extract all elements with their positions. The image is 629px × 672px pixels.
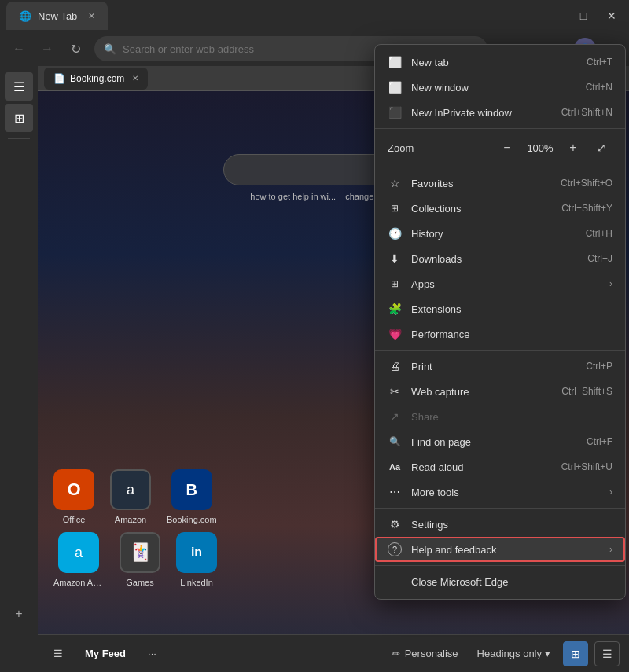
performance-icon: 💗	[388, 327, 402, 341]
headings-select[interactable]: Headings only ▾	[471, 644, 557, 663]
share-icon: ↗	[388, 409, 402, 424]
bottom-menu-button[interactable]: ☰	[47, 644, 69, 663]
bottom-right: ✏ Personalise Headings only ▾ ⊞ ☰	[385, 641, 620, 666]
tab-booking-close[interactable]: ✕	[132, 74, 138, 83]
extensions-icon: 🧩	[388, 302, 402, 316]
tab-booking-label: Booking.com	[70, 73, 124, 84]
menu-new-tab[interactable]: ⬜ New tab Ctrl+T	[375, 50, 625, 75]
zoom-in-button[interactable]: +	[562, 137, 584, 159]
print-label: Print	[411, 361, 576, 373]
title-bar-left: 🌐 New Tab ✕	[6, 2, 108, 30]
sidebar: ☰ ⊞ +	[0, 66, 38, 634]
close-edge-label: Close Microsoft Edge	[411, 576, 612, 588]
layout-list-button[interactable]: ☰	[594, 641, 620, 666]
back-button[interactable]: ←	[6, 36, 31, 61]
layout-grid-button[interactable]: ⊞	[563, 641, 588, 666]
inprivate-icon: ⬛	[388, 105, 402, 119]
menu-read-aloud[interactable]: Aa Read aloud Ctrl+Shift+U	[375, 454, 625, 479]
menu-downloads[interactable]: ⬇ Downloads Ctrl+J	[375, 246, 625, 271]
forward-button[interactable]: →	[35, 36, 60, 61]
sidebar-pane-button[interactable]: ⊞	[5, 104, 33, 132]
search-cursor	[237, 163, 237, 177]
window-controls: — □ ✕	[544, 5, 623, 27]
help-feedback-arrow: ›	[609, 544, 612, 555]
divider-3	[375, 350, 625, 351]
sidebar-toggle-button[interactable]: ☰	[5, 72, 33, 101]
more-tools-arrow: ›	[609, 487, 612, 498]
menu-history[interactable]: 🕐 History Ctrl+H	[375, 221, 625, 246]
bottom-bar: ☰ My Feed ··· ✏ Personalise Headings onl…	[38, 634, 629, 672]
divider-2	[375, 167, 625, 167]
menu-new-window[interactable]: ⬜ New window Ctrl+N	[375, 75, 625, 100]
close-button[interactable]: ✕	[601, 5, 623, 27]
menu-help-feedback[interactable]: ? Help and feedback ›	[375, 537, 625, 562]
sidebar-add-button[interactable]: +	[5, 600, 33, 628]
suggestion-1[interactable]: how to get help in wi...	[250, 192, 336, 201]
shortcut-linkedin[interactable]: in LinkedIn	[176, 532, 217, 587]
shortcut-amazon-asst-icon: a	[58, 532, 99, 573]
menu-more-tools[interactable]: ⋯ More tools ›	[375, 479, 625, 505]
personalise-button[interactable]: ✏ Personalise	[385, 644, 465, 663]
shortcuts-row-1: O Office a Amazon B Booking.com	[53, 469, 217, 524]
downloads-label: Downloads	[411, 253, 578, 265]
menu-print[interactable]: 🖨 Print Ctrl+P	[375, 354, 625, 379]
layout-grid-icon: ⊞	[571, 648, 580, 660]
bottom-menu-icon: ☰	[53, 648, 63, 659]
favorites-icon: ☆	[388, 176, 402, 190]
shortcut-linkedin-icon: in	[176, 532, 217, 573]
menu-apps[interactable]: ⊞ Apps ›	[375, 271, 625, 296]
shortcut-amazon-asst[interactable]: a Amazon Assi...	[53, 532, 104, 587]
menu-settings[interactable]: ⚙ Settings	[375, 512, 625, 537]
menu-favorites[interactable]: ☆ Favorites Ctrl+Shift+O	[375, 171, 625, 196]
bottom-dots-icon: ···	[148, 648, 156, 659]
tab-close-icon[interactable]: ✕	[88, 11, 95, 21]
menu-web-capture[interactable]: ✂ Web capture Ctrl+Shift+S	[375, 379, 625, 404]
collections-icon: ⊞	[388, 201, 402, 215]
find-label: Find on page	[411, 436, 577, 448]
find-shortcut: Ctrl+F	[587, 436, 612, 447]
zoom-label: Zoom	[388, 142, 490, 154]
shortcut-games-label: Games	[126, 578, 153, 587]
menu-performance[interactable]: 💗 Performance	[375, 321, 625, 347]
divider-4	[375, 508, 625, 509]
settings-label: Settings	[411, 519, 612, 531]
menu-new-inprivate[interactable]: ⬛ New InPrivate window Ctrl+Shift+N	[375, 100, 625, 125]
maximize-button[interactable]: □	[572, 5, 594, 27]
shortcut-office[interactable]: O Office	[53, 469, 94, 524]
menu-close-edge[interactable]: Close Microsoft Edge	[375, 569, 625, 594]
menu-share: ↗ Share	[375, 404, 625, 429]
shortcut-games[interactable]: 🃏 Games	[120, 532, 160, 587]
read-aloud-icon: Aa	[388, 460, 402, 474]
browser-tab[interactable]: 🌐 New Tab ✕	[6, 2, 108, 30]
tab-booking[interactable]: 📄 Booking.com ✕	[44, 68, 148, 90]
find-icon: 🔍	[388, 435, 402, 449]
zoom-value: 100%	[524, 142, 556, 154]
shortcut-booking[interactable]: B Booking.com	[167, 469, 217, 524]
pen-icon: ✏	[392, 648, 400, 659]
shortcut-amazon-asst-label: Amazon Assi...	[53, 578, 104, 587]
apps-icon: ⊞	[388, 277, 402, 291]
my-feed-button[interactable]: My Feed	[79, 644, 132, 663]
inprivate-label: New InPrivate window	[411, 107, 552, 119]
zoom-expand-button[interactable]: ⤢	[590, 137, 612, 159]
zoom-out-button[interactable]: −	[496, 137, 518, 159]
web-capture-label: Web capture	[411, 386, 552, 398]
bottom-dots-button[interactable]: ···	[142, 644, 163, 663]
web-capture-icon: ✂	[388, 384, 402, 398]
menu-find[interactable]: 🔍 Find on page Ctrl+F	[375, 429, 625, 454]
history-shortcut: Ctrl+H	[586, 228, 612, 239]
menu-collections[interactable]: ⊞ Collections Ctrl+Shift+Y	[375, 196, 625, 221]
minimize-button[interactable]: —	[544, 5, 566, 27]
read-aloud-shortcut: Ctrl+Shift+U	[561, 461, 612, 472]
more-tools-icon: ⋯	[388, 485, 402, 499]
collections-label: Collections	[411, 203, 552, 215]
my-feed-label: My Feed	[85, 648, 126, 659]
tab-icon: 🌐	[19, 10, 31, 22]
headings-label: Headings only	[477, 648, 542, 659]
refresh-button[interactable]: ↻	[63, 36, 88, 61]
menu-extensions[interactable]: 🧩 Extensions	[375, 296, 625, 321]
more-tools-label: More tools	[411, 487, 600, 498]
shortcut-booking-label: Booking.com	[167, 515, 217, 524]
shortcut-amazon[interactable]: a Amazon	[110, 469, 151, 524]
close-edge-icon	[388, 575, 402, 589]
